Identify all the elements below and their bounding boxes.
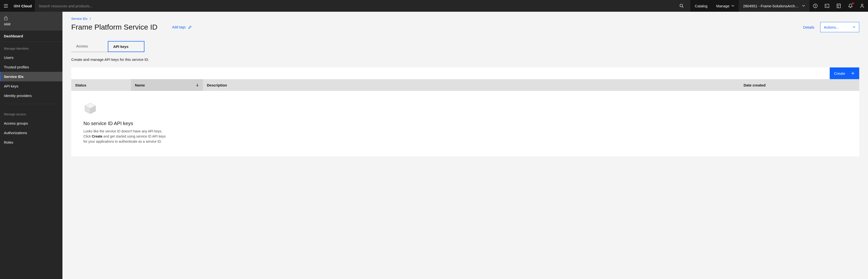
- catalog-label: Catalog: [695, 4, 708, 8]
- empty-state-illustration: [84, 102, 97, 115]
- column-name-label: Name: [135, 83, 145, 87]
- notifications-button[interactable]: [844, 0, 856, 12]
- empty-state-text: Looks like the service ID doesn't have a…: [84, 129, 166, 144]
- cube-icon: [84, 102, 97, 115]
- main-content: Service IDs / Frame Platform Service ID …: [62, 12, 868, 279]
- account-label: 2804951 - Frame-SolutionsArchite...: [743, 4, 799, 8]
- column-name[interactable]: Name: [131, 79, 203, 91]
- svg-rect-4: [837, 4, 840, 8]
- tab-api-keys[interactable]: API keys: [108, 41, 145, 52]
- sidebar-iam-header: IAM: [0, 12, 62, 31]
- brand-logo[interactable]: IBM Cloud: [12, 4, 35, 8]
- account-selector[interactable]: 2804951 - Frame-SolutionsArchite...: [739, 0, 809, 12]
- details-link[interactable]: Details: [803, 25, 814, 29]
- profile-button[interactable]: [856, 0, 868, 12]
- lock-icon: [4, 16, 8, 21]
- notification-dot: [852, 2, 854, 4]
- sidebar-item-service-ids[interactable]: Service IDs: [0, 72, 62, 81]
- section-description: Create and manage API keys for this serv…: [71, 57, 859, 61]
- page-header-row: Frame Platform Service ID Add tags Detai…: [71, 22, 859, 32]
- sidebar-dashboard[interactable]: Dashboard: [0, 31, 62, 42]
- chevron-down-icon: [802, 5, 805, 7]
- sidebar-item-access-groups[interactable]: Access groups: [0, 118, 62, 128]
- sidebar-heading-identities: Manage identities: [0, 42, 62, 53]
- add-tags-link[interactable]: Add tags: [172, 25, 192, 29]
- manage-dropdown[interactable]: Manage: [712, 0, 739, 12]
- cost-estimator-icon: [836, 3, 841, 8]
- sidebar-item-users[interactable]: Users: [0, 53, 62, 62]
- breadcrumb-separator: /: [90, 17, 91, 21]
- column-status[interactable]: Status: [71, 83, 131, 87]
- edit-icon: [188, 25, 192, 29]
- add-tags-label: Add tags: [172, 25, 185, 29]
- table-toolbar: Create: [71, 67, 859, 79]
- actions-dropdown[interactable]: Actions...: [820, 22, 859, 32]
- empty-state-title: No service ID API keys: [84, 121, 847, 126]
- create-button-label: Create: [834, 71, 845, 76]
- table-header: Status Name Description Date created: [71, 79, 859, 91]
- search-input[interactable]: [39, 4, 677, 8]
- manage-label: Manage: [716, 4, 730, 8]
- sidebar-item-roles[interactable]: Roles: [0, 138, 62, 147]
- sidebar-heading-access: Manage access: [0, 108, 62, 118]
- help-button[interactable]: [809, 0, 821, 12]
- top-bar: IBM Cloud Catalog Manage 2804951 - Frame…: [0, 0, 868, 12]
- user-icon: [860, 3, 865, 8]
- chevron-down-icon: [732, 5, 734, 7]
- column-description[interactable]: Description: [203, 83, 740, 87]
- brand-prefix: IBM: [14, 4, 21, 8]
- create-button[interactable]: Create: [830, 67, 859, 79]
- svg-point-0: [680, 4, 683, 7]
- search-icon: [679, 4, 684, 8]
- sidebar-item-trusted-profiles[interactable]: Trusted profiles: [0, 62, 62, 72]
- svg-rect-3: [825, 4, 829, 7]
- hamburger-icon: [3, 3, 8, 8]
- column-date-created[interactable]: Date created: [740, 83, 859, 87]
- tabs: Access API keys: [71, 41, 859, 52]
- page-title: Frame Platform Service ID: [71, 23, 157, 31]
- chevron-down-icon: [852, 26, 856, 28]
- sidebar-item-api-keys[interactable]: API keys: [0, 81, 62, 91]
- terminal-icon: [825, 3, 830, 8]
- help-icon: [813, 3, 818, 8]
- actions-label: Actions...: [824, 25, 839, 29]
- plus-icon: [851, 71, 855, 75]
- sidebar: IAM Dashboard Manage identities Users Tr…: [0, 12, 62, 279]
- breadcrumb: Service IDs /: [71, 17, 859, 21]
- sidebar-item-authorizations[interactable]: Authorizations: [0, 128, 62, 138]
- iam-label: IAM: [4, 22, 59, 26]
- shell-button[interactable]: [821, 0, 833, 12]
- hamburger-menu[interactable]: [0, 0, 12, 12]
- brand-bold: Cloud: [21, 4, 32, 8]
- svg-point-5: [861, 4, 863, 6]
- sort-arrow-down-icon: [196, 83, 199, 87]
- empty-bold: Create: [92, 134, 102, 138]
- sidebar-item-identity-providers[interactable]: Identity providers: [0, 91, 62, 101]
- tab-access[interactable]: Access: [71, 41, 108, 52]
- svg-point-2: [815, 7, 815, 7]
- cost-button[interactable]: [833, 0, 844, 12]
- svg-rect-6: [4, 18, 7, 20]
- search-bar: [35, 0, 690, 12]
- search-button[interactable]: [677, 4, 686, 8]
- empty-state: No service ID API keys Looks like the se…: [71, 91, 859, 156]
- breadcrumb-root[interactable]: Service IDs: [71, 17, 87, 21]
- catalog-link[interactable]: Catalog: [690, 0, 712, 12]
